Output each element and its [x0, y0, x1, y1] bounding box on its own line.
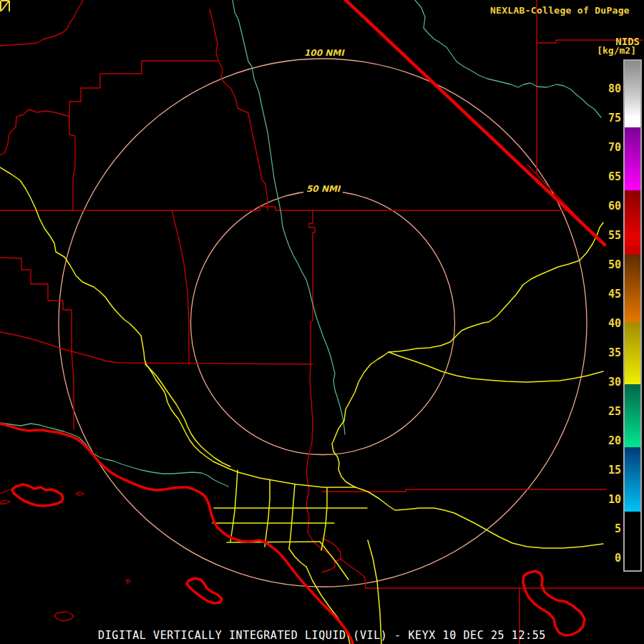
colorbar-tick-label: 70	[591, 141, 621, 154]
colorbar-gradient	[625, 61, 640, 570]
colorbar-tick-label: 60	[591, 200, 621, 213]
radar-display: NEXLAB-College of DuPage NIDS [kg/m2] 10…	[0, 0, 644, 644]
inner-range-ring-label: 50 NMI	[303, 184, 343, 194]
colorbar-tick-label: 20	[591, 434, 621, 447]
colorbar-tick-label: 50	[591, 258, 621, 271]
cod-flag-logo-icon	[0, 0, 10, 12]
product-status-line: DIGITAL VERTICALLY INTEGRATED LIQUID (VI…	[0, 629, 644, 642]
state-boundary-layer	[346, 0, 605, 245]
coastline-layer	[0, 424, 585, 644]
colorbar-tick-label: 0	[591, 552, 621, 565]
colorbar-tick-label: 65	[591, 170, 621, 183]
colorbar-tick-label: 75	[591, 112, 621, 125]
rivers-layer	[0, 0, 601, 487]
small-islands-layer	[0, 489, 130, 621]
colorbar-tick-label: 30	[591, 376, 621, 389]
colorbar-tick-label: 55	[591, 229, 621, 242]
colorbar-tick-label: 45	[591, 288, 621, 301]
colorbar-tick-label: 25	[591, 405, 621, 418]
colorbar	[623, 59, 642, 572]
outer-range-ring-label: 100 NMI	[301, 48, 347, 58]
colorbar-tick-label: 10	[591, 493, 621, 506]
colorbar-tick-label: 40	[591, 317, 621, 330]
colorbar-tick-label: 15	[591, 464, 621, 477]
colorbar-tick-label: 80	[591, 82, 621, 95]
radar-map	[0, 0, 644, 644]
range-ring-50nmi	[191, 191, 455, 455]
colorbar-tick-label: 5	[591, 522, 621, 535]
colorbar-labels: 80757065605550454035302520151050	[591, 0, 621, 644]
colorbar-tick-label: 35	[591, 346, 621, 359]
roads-layer	[0, 167, 603, 644]
